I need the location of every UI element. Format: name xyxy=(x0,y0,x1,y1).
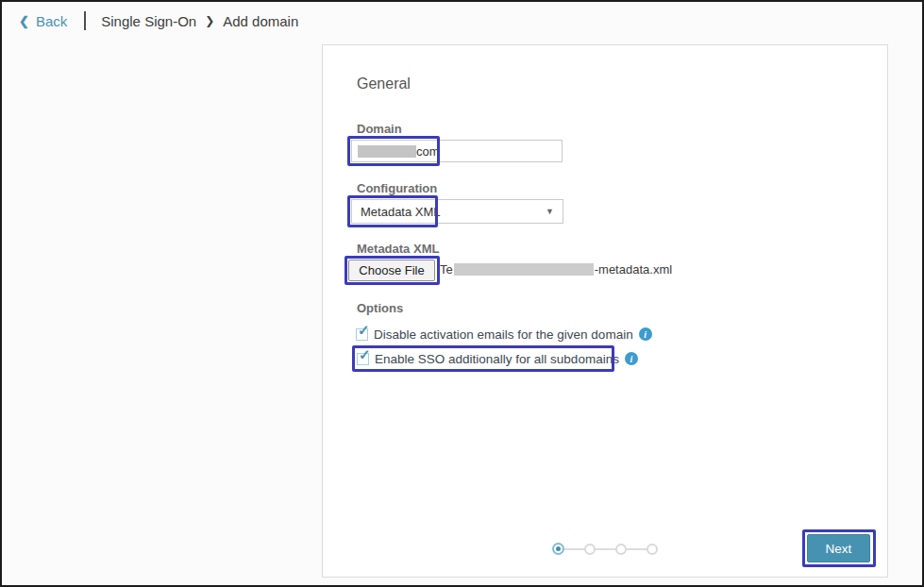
step-connector xyxy=(627,548,647,550)
checkmark-icon: ✓ xyxy=(358,323,370,337)
redacted-domain-value xyxy=(358,145,416,158)
screenshot-frame: ❮ Back Single Sign-On ❯ Add domain Gener… xyxy=(0,0,924,587)
step-dot-4[interactable] xyxy=(647,544,658,555)
filename-suffix: -metadata.xml xyxy=(595,262,672,277)
back-chevron-icon: ❮ xyxy=(19,14,29,28)
option-label: Disable activation emails for the given … xyxy=(374,327,633,342)
step-connector xyxy=(596,548,615,550)
step-connector xyxy=(564,548,584,550)
breadcrumb-divider xyxy=(84,11,86,30)
options-label: Options xyxy=(357,301,403,315)
breadcrumb-page-title: Add domain xyxy=(223,13,298,29)
uploaded-filename: Te -metadata.xml xyxy=(440,262,672,277)
add-domain-panel: General Domain com Configuration Metadat… xyxy=(322,44,888,578)
configuration-label: Configuration xyxy=(357,181,437,195)
option-row-disable-activation-emails: ✓ Disable activation emails for the give… xyxy=(356,326,652,343)
next-button[interactable]: Next xyxy=(807,534,870,562)
stepper xyxy=(552,543,658,555)
breadcrumb: ❮ Back Single Sign-On ❯ Add domain xyxy=(19,9,298,32)
breadcrumb-section[interactable]: Single Sign-On xyxy=(101,13,196,29)
dropdown-caret-icon: ▼ xyxy=(546,207,554,216)
active-step-fill xyxy=(556,546,561,551)
info-icon[interactable]: i xyxy=(639,327,652,341)
configuration-selected-value: Metadata XML xyxy=(361,205,441,219)
back-button[interactable]: ❮ Back xyxy=(19,13,67,29)
choose-file-button[interactable]: Choose File xyxy=(348,260,435,281)
section-heading: General xyxy=(357,75,411,92)
domain-value-suffix: com xyxy=(416,144,440,159)
domain-input[interactable]: com xyxy=(351,140,563,162)
info-icon[interactable]: i xyxy=(625,352,638,365)
filename-prefix: Te xyxy=(440,262,453,277)
domain-label: Domain xyxy=(357,122,402,136)
enable-sso-subdomains-checkbox[interactable]: ✓ xyxy=(357,353,369,365)
checkmark-icon: ✓ xyxy=(359,347,371,361)
metadata-xml-label: Metadata XML xyxy=(357,242,439,256)
step-dot-3[interactable] xyxy=(615,544,627,555)
configuration-dropdown[interactable]: Metadata XML ▼ xyxy=(351,199,563,224)
disable-activation-emails-checkbox[interactable]: ✓ xyxy=(356,328,368,341)
option-label: Enable SSO additionally for all subdomai… xyxy=(375,352,619,366)
redacted-filename-segment xyxy=(454,263,594,276)
back-label: Back xyxy=(36,13,67,29)
option-row-enable-sso-subdomains: ✓ Enable SSO additionally for all subdom… xyxy=(357,350,638,367)
chevron-right-icon: ❯ xyxy=(205,14,214,27)
step-dot-2[interactable] xyxy=(584,544,596,555)
step-dot-1[interactable] xyxy=(552,543,564,555)
